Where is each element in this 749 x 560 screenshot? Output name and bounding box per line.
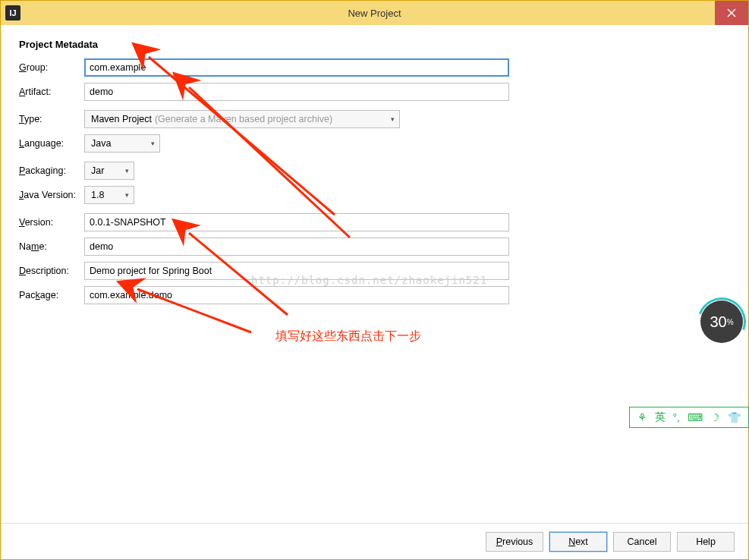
app-icon: IJ: [5, 5, 20, 20]
description-label: Description:: [19, 266, 84, 276]
java-version-dropdown[interactable]: 1.8 ▾: [84, 186, 134, 204]
keyboard-icon[interactable]: ⌨: [688, 411, 703, 423]
new-project-window: IJ New Project Project Metadata Group: A…: [0, 0, 749, 560]
close-icon: [727, 8, 736, 17]
group-input[interactable]: [84, 58, 509, 77]
content-area: Project Metadata Group: Artifact: Type: …: [1, 25, 748, 523]
type-label: Type:: [19, 114, 84, 124]
packaging-label: Packaging:: [19, 165, 84, 176]
name-label: Name:: [19, 241, 84, 252]
shirt-icon[interactable]: 👕: [728, 411, 741, 423]
ime-punct-icon[interactable]: °,: [673, 411, 681, 423]
group-label: Group:: [19, 62, 84, 73]
footer: Previous Next Cancel Help: [1, 523, 748, 559]
version-input[interactable]: [84, 213, 509, 231]
name-input[interactable]: [84, 238, 509, 256]
version-label: Version:: [19, 217, 84, 228]
progress-widget: 30% ▲▼: [700, 300, 749, 354]
chevron-down-icon: ▾: [125, 167, 129, 175]
ime-lang[interactable]: 英: [655, 411, 666, 424]
language-label: Language:: [19, 138, 84, 149]
titlebar: IJ New Project: [1, 1, 748, 25]
package-label: Package:: [19, 290, 84, 300]
java-version-label: Java Version:: [19, 190, 84, 200]
ime-toolbar[interactable]: ⚘ 英 °, ⌨ ☽ 👕: [629, 407, 750, 428]
previous-button[interactable]: Previous: [486, 532, 543, 552]
annotation-note: 填写好这些东西点击下一步: [275, 329, 421, 344]
close-button[interactable]: [715, 1, 748, 25]
help-button[interactable]: Help: [677, 532, 735, 552]
artifact-label: Artifact:: [19, 87, 84, 97]
artifact-input[interactable]: [84, 83, 509, 101]
section-title: Project Metadata: [19, 39, 730, 50]
chevron-down-icon: ▾: [125, 191, 129, 199]
chevron-down-icon: ▾: [391, 115, 395, 123]
language-dropdown[interactable]: Java ▾: [84, 134, 160, 153]
cancel-button[interactable]: Cancel: [613, 532, 671, 552]
window-title: New Project: [1, 8, 748, 19]
watermark-text: http://blog.csdn.net/zhaokejin521: [251, 274, 487, 286]
package-input[interactable]: [84, 286, 509, 304]
paw-icon: ⚘: [637, 411, 647, 423]
chevron-down-icon: ▾: [151, 140, 155, 147]
moon-icon[interactable]: ☽: [710, 411, 720, 423]
packaging-dropdown[interactable]: Jar ▾: [84, 162, 134, 180]
next-button[interactable]: Next: [549, 532, 607, 552]
type-dropdown[interactable]: Maven Project (Generate a Maven based pr…: [84, 110, 400, 128]
